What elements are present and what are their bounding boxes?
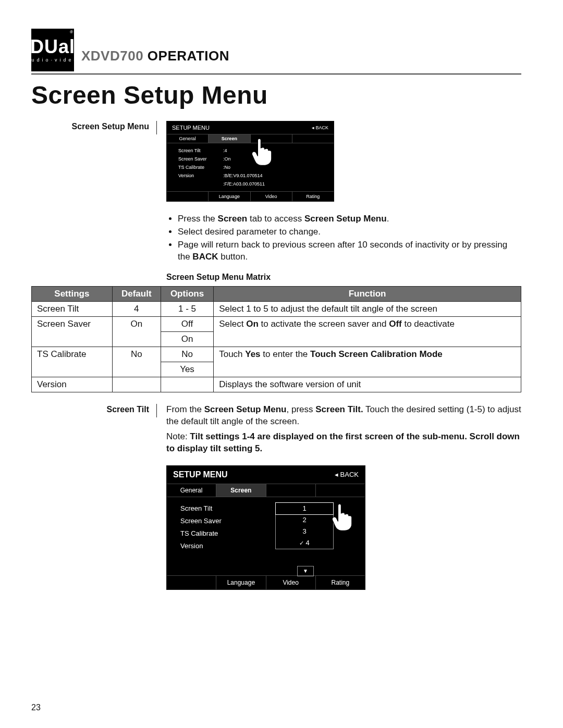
hand-pointer-icon	[249, 136, 276, 167]
instruction-bullets: Press the Screen tab to access Screen Se…	[166, 213, 521, 263]
registered-mark: ®	[70, 30, 73, 34]
osd2-back: ◂ BACK	[335, 471, 359, 478]
osd2-title: SETUP MENU	[173, 470, 228, 479]
osd-option: 2	[276, 514, 333, 526]
osd-tab: Screen	[216, 484, 266, 497]
matrix-header-cell: Options	[161, 286, 213, 301]
page-number: 23	[31, 703, 41, 712]
osd-tab: Rating	[316, 576, 365, 589]
osd-option: 3	[276, 526, 333, 537]
osd1-back: ◂ BACK	[312, 125, 328, 130]
osd-screenshot-2: SETUP MENU ◂ BACK GeneralScreen Screen T…	[166, 465, 365, 590]
matrix-heading: Screen Setup Menu Matrix	[166, 273, 521, 282]
osd-tab	[292, 134, 334, 143]
osd-screenshot-1: SETUP MENU ◂ BACK GeneralScreen Screen T…	[166, 121, 334, 202]
matrix-header-cell: Default	[112, 286, 161, 301]
table-row: Screen Tilt41 - 5Select 1 to 5 to adjust…	[32, 301, 521, 316]
settings-matrix-table: SettingsDefaultOptionsFunction Screen Ti…	[31, 286, 521, 392]
osd1-tabs-bottom: LanguageVideoRating	[167, 191, 334, 201]
osd-tab	[316, 484, 365, 497]
brand-name: DUal	[30, 38, 75, 56]
osd-list-item: Version	[180, 540, 365, 552]
brand-logo: ® DUal audio·video	[31, 29, 74, 71]
table-row: TS CalibrateNoNoTouch Yes to enter the T…	[32, 347, 521, 362]
matrix-header-cell: Function	[214, 286, 521, 301]
osd2-option-panel: 1234	[275, 502, 334, 549]
header-word: OPERATION	[148, 48, 229, 64]
osd2-tabs-top: GeneralScreen	[167, 484, 365, 497]
osd-option: 1	[275, 502, 334, 515]
left-label-tilt: Screen Tilt	[31, 404, 156, 417]
osd-tab: Language	[209, 192, 250, 201]
instruction-bullet: Press the Screen tab to access Screen Se…	[178, 213, 521, 225]
osd-setting-row: :F/E:A03.00.070511	[178, 180, 334, 188]
header-title: XDVD700 OPERATION	[81, 48, 229, 64]
osd-tab: General	[167, 484, 216, 497]
osd-tab: Screen	[209, 134, 250, 143]
hand-pointer-icon	[329, 501, 357, 533]
osd-tab: General	[167, 134, 209, 143]
instruction-bullet: Select desired parameter to change.	[178, 226, 521, 238]
osd-tab: Rating	[292, 192, 334, 201]
osd-tab: Video	[251, 192, 292, 201]
model-number: XDVD700	[81, 48, 143, 64]
left-label-setup: Screen Setup Menu	[31, 121, 156, 134]
page-header: ® DUal audio·video XDVD700 OPERATION	[31, 29, 521, 75]
osd-tab	[167, 576, 216, 589]
osd1-title: SETUP MENU	[172, 125, 210, 131]
osd-tab: Video	[266, 576, 316, 589]
table-row: VersionDisplays the software version of …	[32, 377, 521, 392]
osd-tab	[167, 192, 209, 201]
osd-option: 4	[276, 537, 333, 549]
osd-setting-row: Version:B/E:V9.01.070514	[178, 171, 334, 180]
osd2-tabs-bottom: LanguageVideoRating	[167, 575, 365, 589]
matrix-header-cell: Settings	[32, 286, 113, 301]
osd2-scroll-down-icon: ▼	[297, 566, 314, 576]
tilt-paragraph-1: From the Screen Setup Menu, press Screen…	[166, 404, 521, 428]
osd-tab: Language	[216, 576, 266, 589]
tilt-paragraph-2: Note: Tilt settings 1-4 are displayed on…	[166, 431, 521, 455]
instruction-bullet: Page will return back to previous screen…	[178, 239, 521, 263]
brand-tagline: audio·video	[26, 57, 79, 63]
section-title: Screen Setup Menu	[31, 81, 521, 109]
table-row: Screen SaverOnOffSelect On to activate t…	[32, 316, 521, 331]
osd-tab	[266, 484, 316, 497]
